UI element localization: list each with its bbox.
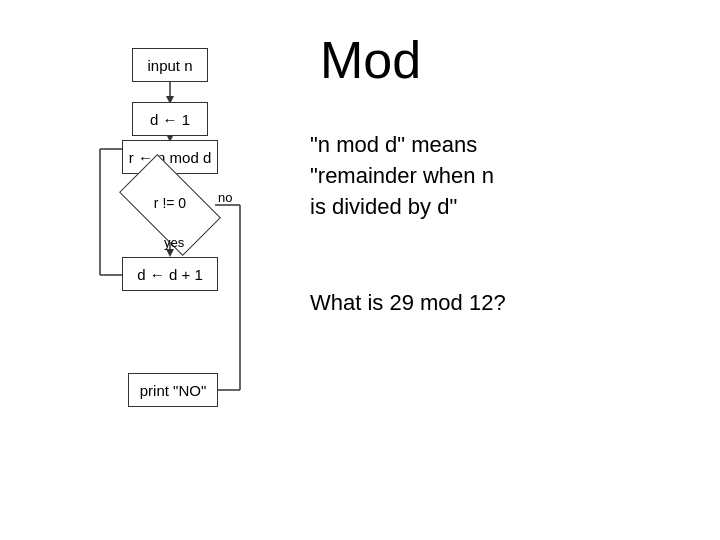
print-no-box: print "NO" xyxy=(128,373,218,407)
diamond-label: r != 0 xyxy=(125,178,215,228)
question-text: What is 29 mod 12? xyxy=(310,290,506,316)
yes-label: yes xyxy=(164,235,184,250)
no-label: no xyxy=(218,190,232,205)
description-text: "n mod d" means"remainder when nis divid… xyxy=(310,130,670,222)
page-title: Mod xyxy=(320,30,421,90)
assign-d-box: d ← 1 xyxy=(132,102,208,136)
flowchart: input n d ← 1 r ← n mod d r != 0 yes no … xyxy=(60,20,280,500)
diamond-condition: r != 0 xyxy=(125,178,215,232)
input-box: input n xyxy=(132,48,208,82)
svg-marker-7 xyxy=(166,249,174,257)
update-d-box: d ← d + 1 xyxy=(122,257,218,291)
